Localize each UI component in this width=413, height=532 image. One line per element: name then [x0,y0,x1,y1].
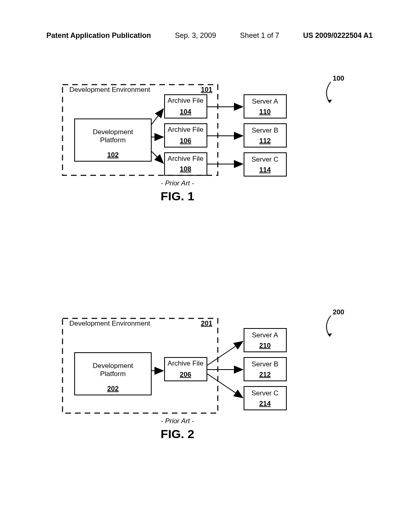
server-b-num: 112 [259,137,271,145]
publication-label: Patent Application Publication [46,31,151,40]
archive2-label: Archive File [168,360,204,367]
platform2-label-2: Platform [100,370,125,378]
docnum-label: US 2009/0222504 A1 [303,31,373,40]
server-c-num: 114 [259,166,271,174]
server2-c-num: 214 [259,400,271,407]
archive2-num: 206 [180,371,191,378]
platform-label-1: Development [93,128,133,136]
svg-line-21 [207,374,243,398]
svg-line-4 [151,109,163,125]
server2-a-label: Server A [252,331,278,339]
svg-line-6 [151,151,163,163]
archive-108: 108 [180,165,191,173]
server-a-label: Server A [252,98,278,105]
archive-label-3: Archive File [168,155,204,162]
fig2-caption: FIG. 2 [161,427,194,441]
archive-106: 106 [180,137,191,145]
figure-1: Development Environment 101 Development … [0,71,413,216]
server2-c-label: Server C [251,389,278,397]
fig1-prior-art: - Prior Art - [161,179,194,187]
fig2-ref: 200 [333,308,344,316]
fig2-prior-art: - Prior Art - [161,417,194,425]
archive-104: 104 [180,108,192,116]
server2-b-label: Server B [252,360,278,368]
platform2-num: 202 [107,385,119,393]
fig1-caption: FIG. 1 [161,189,194,203]
env-label-2: Development Environment [69,320,150,327]
server-b-label: Server B [252,127,278,134]
svg-line-19 [207,341,243,366]
platform-label-2: Platform [100,136,125,144]
server-c-label: Server C [251,156,278,163]
page-header: Patent Application Publication Sep. 3, 2… [0,31,413,40]
env-num: 101 [201,86,212,94]
env-num-2: 201 [201,320,212,327]
sheet-label: Sheet 1 of 7 [240,31,279,40]
server-a-num: 110 [259,108,271,116]
date-label: Sep. 3, 2009 [175,31,216,40]
server2-a-num: 210 [259,342,271,349]
env-label: Development Environment [69,86,150,94]
archive-label-1: Archive File [168,97,204,104]
platform-num: 102 [107,151,119,159]
archive-label-2: Archive File [168,126,204,133]
server2-b-num: 212 [259,371,271,378]
platform2-label-1: Development [93,362,133,370]
figure-2: Development Environment 201 Development … [0,304,413,457]
fig1-ref: 100 [333,75,344,82]
